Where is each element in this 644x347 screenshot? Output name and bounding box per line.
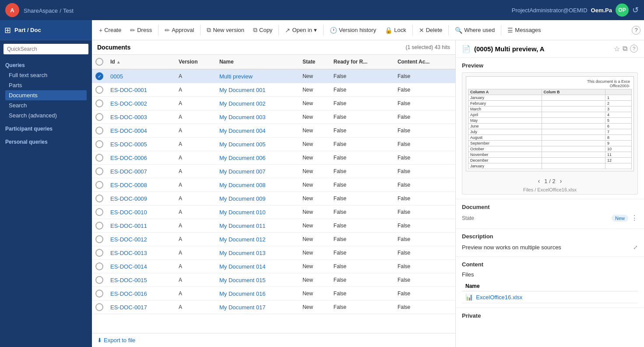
row-name[interactable]: My Document 014 — [216, 260, 299, 273]
table-row[interactable]: ES-DOC-0002AMy Document 002NewFalseFalse — [92, 97, 455, 110]
name-link[interactable]: My Document 013 — [219, 250, 266, 256]
history-icon[interactable]: ↺ — [632, 5, 639, 15]
name-link[interactable]: My Document 007 — [219, 168, 266, 175]
row-id[interactable]: ES-DOC-0007 — [107, 165, 175, 178]
toolbar-btn-copy[interactable]: ⧉Copy — [250, 24, 276, 36]
row-checkbox[interactable] — [95, 303, 103, 311]
toolbar-btn-lock[interactable]: 🔒Lock — [381, 25, 409, 36]
row-checkbox-cell[interactable] — [92, 178, 107, 192]
row-id[interactable]: ES-DOC-0006 — [107, 151, 175, 165]
name-link[interactable]: My Document 001 — [219, 87, 266, 93]
row-checkbox[interactable] — [95, 235, 103, 243]
table-row[interactable]: ES-DOC-0009AMy Document 009NewFalseFalse — [92, 192, 455, 205]
toolbar-btn-dress[interactable]: ✏Dress — [127, 25, 155, 36]
row-name[interactable]: My Document 004 — [216, 124, 299, 138]
row-checkbox[interactable] — [95, 249, 103, 257]
id-link[interactable]: ES-DOC-0015 — [110, 277, 147, 283]
id-link[interactable]: ES-DOC-0005 — [110, 141, 147, 148]
name-link[interactable]: My Document 014 — [219, 263, 266, 270]
id-link[interactable]: ES-DOC-0014 — [110, 263, 147, 270]
table-row[interactable]: ES-DOC-0003AMy Document 003NewFalseFalse — [92, 110, 455, 124]
toolbar-btn-new-version[interactable]: ⧉New version — [203, 24, 248, 36]
row-id[interactable]: 0005 — [107, 69, 175, 83]
row-checkbox-cell[interactable] — [92, 287, 107, 301]
toolbar-btn-approval[interactable]: ✏Approval — [161, 25, 197, 36]
table-row[interactable]: ES-DOC-0011AMy Document 011NewFalseFalse — [92, 219, 455, 233]
row-checkbox-cell[interactable] — [92, 246, 107, 260]
sidebar-item[interactable]: Search — [5, 100, 87, 110]
id-link[interactable]: 0005 — [110, 73, 123, 80]
table-row[interactable]: ES-DOC-0005AMy Document 005NewFalseFalse — [92, 138, 455, 151]
row-id[interactable]: ES-DOC-0005 — [107, 138, 175, 151]
name-link[interactable]: My Document 004 — [219, 127, 266, 134]
row-checkbox[interactable] — [95, 127, 103, 135]
row-name[interactable]: Multi preview — [216, 69, 299, 83]
row-name[interactable]: My Document 003 — [216, 110, 299, 124]
row-checkbox-cell[interactable] — [92, 138, 107, 151]
expand-icon[interactable]: ⤢ — [633, 243, 638, 252]
row-checkbox-cell[interactable] — [92, 151, 107, 165]
row-name[interactable]: My Document 001 — [216, 83, 299, 97]
name-link[interactable]: My Document 006 — [219, 155, 266, 161]
toolbar-help-icon[interactable]: ? — [632, 26, 640, 35]
id-link[interactable]: ES-DOC-0004 — [110, 127, 147, 134]
row-checkbox-cell[interactable] — [92, 97, 107, 110]
id-link[interactable]: ES-DOC-0009 — [110, 195, 147, 202]
row-checkbox-cell[interactable] — [92, 219, 107, 233]
row-name[interactable]: My Document 006 — [216, 151, 299, 165]
row-id[interactable]: ES-DOC-0015 — [107, 273, 175, 287]
row-checkbox[interactable] — [95, 154, 103, 162]
row-id[interactable]: ES-DOC-0003 — [107, 110, 175, 124]
sort-icon[interactable]: ▲ — [116, 60, 121, 64]
row-checkbox[interactable] — [95, 86, 103, 94]
row-checkbox-cell[interactable] — [92, 192, 107, 205]
name-link[interactable]: My Document 008 — [219, 182, 266, 188]
row-checkbox-cell[interactable] — [92, 165, 107, 178]
preview-prev-btn[interactable]: ‹ — [538, 177, 540, 184]
row-checkbox[interactable] — [95, 222, 103, 230]
row-checkbox[interactable] — [95, 113, 103, 121]
table-row[interactable]: ES-DOC-0013AMy Document 013NewFalseFalse — [92, 246, 455, 260]
file-link[interactable]: ExcelOffice16.xlsx — [476, 294, 522, 301]
toolbar-btn-open-in[interactable]: ↗Open in ▾ — [282, 25, 320, 36]
row-checkbox[interactable] — [95, 262, 103, 270]
name-link[interactable]: My Document 003 — [219, 114, 266, 120]
sidebar-item[interactable]: Parts — [5, 80, 87, 90]
row-checkbox-cell[interactable] — [92, 301, 107, 314]
row-id[interactable]: ES-DOC-0004 — [107, 124, 175, 138]
preview-next-btn[interactable]: › — [560, 177, 562, 184]
row-name[interactable]: My Document 007 — [216, 165, 299, 178]
table-row[interactable]: ES-DOC-0010AMy Document 010NewFalseFalse — [92, 205, 455, 219]
row-checkbox-cell[interactable] — [92, 260, 107, 273]
row-checkbox-cell[interactable] — [92, 83, 107, 97]
table-row[interactable]: ES-DOC-0008AMy Document 008NewFalseFalse — [92, 178, 455, 192]
star-icon[interactable]: ☆ — [614, 45, 620, 53]
select-all-checkbox[interactable] — [95, 58, 103, 66]
row-id[interactable]: ES-DOC-0010 — [107, 205, 175, 219]
row-name[interactable]: My Document 017 — [216, 301, 299, 314]
row-id[interactable]: ES-DOC-0001 — [107, 83, 175, 97]
name-link[interactable]: My Document 012 — [219, 236, 266, 243]
select-all-col[interactable] — [92, 55, 107, 69]
table-row[interactable]: ES-DOC-0016AMy Document 016NewFalseFalse — [92, 287, 455, 301]
row-checkbox[interactable] — [95, 208, 103, 216]
row-checkbox-cell[interactable] — [92, 205, 107, 219]
row-checkbox[interactable] — [95, 195, 103, 202]
row-checkbox-cell[interactable]: ✓ — [92, 69, 107, 83]
row-name[interactable]: My Document 009 — [216, 192, 299, 205]
id-link[interactable]: ES-DOC-0006 — [110, 155, 147, 161]
id-link[interactable]: ES-DOC-0010 — [110, 209, 147, 216]
row-name[interactable]: My Document 005 — [216, 138, 299, 151]
row-id[interactable]: ES-DOC-0012 — [107, 233, 175, 246]
id-link[interactable]: ES-DOC-0007 — [110, 168, 147, 175]
table-row[interactable]: ES-DOC-0015AMy Document 015NewFalseFalse — [92, 273, 455, 287]
table-row[interactable]: ES-DOC-0012AMy Document 012NewFalseFalse — [92, 233, 455, 246]
row-name[interactable]: My Document 010 — [216, 205, 299, 219]
table-row[interactable]: ES-DOC-0006AMy Document 006NewFalseFalse — [92, 151, 455, 165]
help-detail-icon[interactable]: ? — [630, 45, 638, 53]
row-name[interactable]: My Document 015 — [216, 273, 299, 287]
row-name[interactable]: My Document 011 — [216, 219, 299, 233]
row-name[interactable]: My Document 016 — [216, 287, 299, 301]
sidebar-item[interactable]: Search (advanced) — [5, 110, 87, 120]
table-row[interactable]: ES-DOC-0001AMy Document 001NewFalseFalse — [92, 83, 455, 97]
